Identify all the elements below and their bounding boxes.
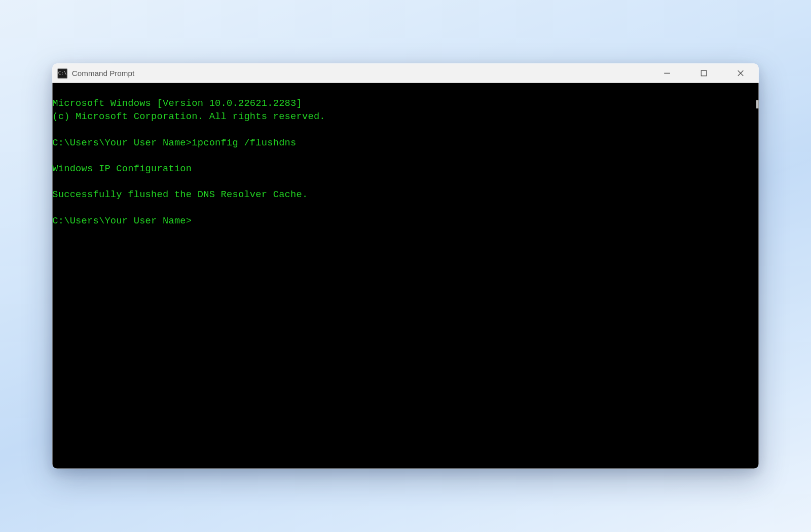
maximize-icon (701, 70, 707, 77)
prompt-path: C:\Users\ (52, 216, 104, 226)
cmd-icon: C:\ (58, 68, 67, 78)
scrollbar-thumb[interactable] (756, 100, 759, 108)
minimize-icon (663, 70, 670, 77)
console-line: Microsoft Windows [Version 10.0.22621.22… (52, 98, 302, 109)
console-result: Successfully flushed the DNS Resolver Ca… (52, 189, 308, 200)
command-text: ipconfig /flushdns (192, 137, 296, 148)
console-heading: Windows IP Configuration (52, 164, 192, 174)
console-output[interactable]: Microsoft Windows [Version 10.0.22621.22… (52, 83, 758, 469)
maximize-button[interactable] (685, 63, 722, 83)
prompt-user: Your User Name> (104, 216, 192, 226)
console-prompt-line: C:\Users\Your User Name> (52, 216, 192, 226)
svg-rect-1 (701, 70, 707, 76)
window-controls (648, 63, 758, 83)
console-prompt-line: C:\Users\Your User Name>ipconfig /flushd… (52, 137, 296, 148)
minimize-button[interactable] (648, 63, 685, 83)
close-icon (737, 70, 744, 77)
prompt-user: Your User Name> (104, 137, 192, 148)
console-line: (c) Microsoft Corporation. All rights re… (52, 111, 325, 122)
titlebar[interactable]: C:\ Command Prompt (52, 63, 758, 83)
close-button[interactable] (722, 63, 758, 83)
window-title: Command Prompt (72, 69, 134, 78)
command-prompt-window: C:\ Command Prompt Microsoft Windows [Ve… (52, 63, 758, 469)
prompt-path: C:\Users\ (52, 137, 104, 148)
